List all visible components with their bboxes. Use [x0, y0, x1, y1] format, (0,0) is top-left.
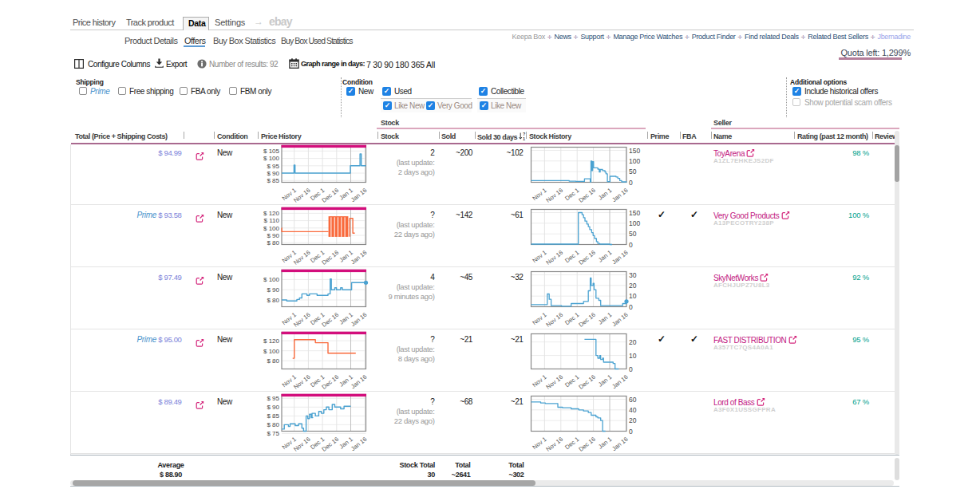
svg-text:$ 90: $ 90 [267, 232, 279, 239]
svg-text:Nov 16: Nov 16 [545, 373, 565, 390]
svg-text:$ 90: $ 90 [267, 404, 279, 411]
svg-text:20: 20 [629, 416, 637, 424]
svg-text:Jan 16: Jan 16 [611, 373, 630, 390]
svg-text:50: 50 [629, 168, 637, 176]
svg-text:Nov 16: Nov 16 [545, 249, 565, 266]
svg-text:0: 0 [629, 365, 633, 373]
svg-text:$ 95: $ 95 [267, 163, 279, 170]
svg-text:Dec 16: Dec 16 [577, 436, 597, 452]
svg-text:Jan 16: Jan 16 [611, 187, 630, 203]
svg-text:0: 0 [629, 303, 633, 311]
svg-text:$ 80: $ 80 [267, 239, 279, 246]
svg-text:150: 150 [629, 209, 640, 217]
svg-text:Jan 16: Jan 16 [350, 311, 369, 328]
svg-text:60: 60 [629, 396, 637, 404]
svg-text:150: 150 [629, 147, 640, 155]
svg-text:100: 100 [629, 157, 640, 165]
svg-text:$ 80: $ 80 [267, 421, 279, 428]
svg-text:$ 100: $ 100 [263, 225, 280, 232]
svg-text:$ 85: $ 85 [267, 177, 279, 184]
svg-text:Dec 16: Dec 16 [577, 249, 597, 266]
svg-text:$ 100: $ 100 [263, 155, 280, 162]
svg-text:Dec 16: Dec 16 [577, 187, 597, 203]
svg-text:$ 80: $ 80 [267, 357, 279, 365]
svg-text:$ 75: $ 75 [267, 430, 279, 437]
svg-text:30: 30 [629, 271, 637, 279]
svg-text:Jan 16: Jan 16 [350, 249, 369, 266]
svg-text:$ 100: $ 100 [263, 276, 280, 283]
svg-text:$ 110: $ 110 [264, 217, 280, 224]
svg-text:100: 100 [629, 219, 640, 227]
svg-text:Nov 16: Nov 16 [545, 436, 565, 452]
svg-text:0: 0 [629, 241, 633, 249]
svg-text:Jan 16: Jan 16 [611, 249, 630, 266]
svg-text:$ 95: $ 95 [267, 395, 279, 402]
svg-text:50: 50 [629, 230, 637, 238]
svg-text:0: 0 [629, 428, 633, 436]
svg-text:Jan 16: Jan 16 [350, 436, 369, 452]
svg-text:Dec 16: Dec 16 [577, 311, 597, 328]
svg-text:0: 0 [629, 179, 633, 187]
svg-text:Nov 16: Nov 16 [545, 187, 565, 203]
svg-text:40: 40 [629, 406, 637, 414]
svg-text:20: 20 [629, 282, 637, 290]
svg-text:10: 10 [629, 352, 637, 360]
svg-text:$ 80: $ 80 [267, 297, 279, 304]
svg-text:$ 90: $ 90 [267, 170, 279, 177]
svg-text:Jan 16: Jan 16 [611, 311, 630, 328]
svg-text:10: 10 [629, 292, 637, 300]
svg-text:$ 100: $ 100 [263, 348, 280, 355]
svg-text:$ 120: $ 120 [263, 210, 280, 217]
svg-text:$ 105: $ 105 [263, 148, 280, 155]
svg-text:$ 90: $ 90 [267, 286, 279, 294]
svg-text:1: 1 [523, 136, 525, 140]
svg-text:20: 20 [629, 338, 637, 346]
svg-text:$ 85: $ 85 [267, 412, 279, 420]
svg-text:$ 120: $ 120 [263, 337, 280, 345]
svg-text:Dec 16: Dec 16 [577, 373, 597, 390]
svg-text:Jan 16: Jan 16 [350, 373, 369, 390]
svg-text:Jan 16: Jan 16 [350, 187, 369, 203]
svg-text:Jan 16: Jan 16 [611, 436, 630, 452]
svg-text:Nov 16: Nov 16 [545, 311, 565, 328]
